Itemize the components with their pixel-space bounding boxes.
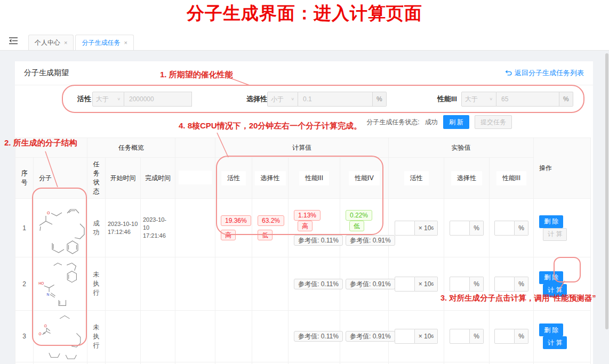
scrollbar[interactable] [605,53,608,329]
status-cell: 未执行 [87,257,106,311]
col-label: 选择性 [451,171,482,185]
value-tag: 0.22% [346,210,372,221]
finish-time-cell [141,362,175,364]
calculate-button[interactable]: 计 算 [543,284,567,297]
seq-cell: 3 [15,311,34,362]
col-operations: 操作 [534,138,591,199]
table-row: 4 [15,362,591,364]
calc-selectivity-cell: 63.2% 低 [252,199,289,257]
exp-activity-cell: × 106 [389,199,444,257]
seq-cell: 4 [15,362,34,364]
table-row: 2 HO N 未执行 [15,257,591,311]
col-label: 选择性 [255,171,286,185]
blank-cell [175,311,215,362]
filter-perf3-input[interactable]: 65 [496,92,559,107]
col-finish-time: 完成时间 [141,158,175,199]
calc-selectivity-cell [252,257,289,311]
svg-text:HO: HO [38,281,44,285]
task-status-value: 成功 [425,118,438,127]
content-card: 分子生成期望 返回分子生成任务列表 活性 大于 ∨ 2000000 [15,61,593,364]
molecule-cell [34,362,87,364]
group-overview: 任务概览 [87,138,175,158]
col-seq: 序号 [15,158,34,199]
exp-selectivity-input[interactable] [450,329,470,344]
chevron-down-icon: ∨ [489,97,493,101]
filter-selectivity-operator-select[interactable]: 小于 ∨ [267,92,298,107]
exp-perf3-input[interactable] [494,221,515,236]
exp-perf3-input[interactable] [494,277,515,292]
finish-time-cell: 2023-10-10 17:21:46 [141,199,175,257]
rollback-icon [505,70,512,76]
col-label: 性能IV [349,171,379,185]
calculate-button[interactable]: 计 算 [543,336,567,349]
svg-text:O: O [44,324,46,328]
operations-cell: 删 除计 算 [534,311,591,362]
calc-perf4-cell: 参考值: 0.91% [340,257,389,311]
reference-tag: 参考值: 0.11% [294,331,343,342]
operations-cell: 删 除计 算 [534,199,591,257]
filter-selectivity-label: 选择性 [246,92,267,107]
refresh-button[interactable]: 刷 新 [443,115,469,129]
delete-button[interactable]: 删 除 [539,215,563,228]
calc-perf3-cell: 1.13%高 参考值: 0.11% [289,199,340,257]
delete-button[interactable]: 删 除 [539,271,563,284]
exp-selectivity-input[interactable] [450,277,470,292]
exp-activity-input[interactable] [395,221,415,236]
status-row: 分子生成任务状态: 成功 刷 新 提交任务 [366,115,512,129]
tab-molecule-generation-task[interactable]: 分子生成任务 × [75,35,133,50]
tab-label: 个人中心 [35,38,60,47]
exp-activity-cell: × 106 [389,257,444,311]
blank-cell [175,257,215,311]
task-status-label: 分子生成任务状态: [366,118,419,127]
calc-perf4-cell: 0.22%低 参考值: 0.91% [340,199,389,257]
exp-selectivity-cell: % [444,257,490,311]
molecule-structure: HO N [35,258,86,309]
exp-perf3-cell: % [490,199,534,257]
close-icon[interactable]: × [64,39,67,46]
menu-fold-icon[interactable] [9,37,18,46]
calc-perf4-cell [340,362,389,364]
exp-selectivity-cell: % [444,311,490,362]
filter-perf3-operator-select[interactable]: 大于 ∨ [461,92,496,107]
col-exp-activity: 活性 [389,158,444,199]
table-row: 1 O 成功 2023-10-10 17:12:46 [15,199,591,257]
col-blank [175,158,215,199]
submit-task-button[interactable]: 提交任务 [475,115,512,129]
calc-selectivity-cell [252,362,289,364]
exp-activity-input[interactable] [395,329,415,344]
tab-strip: 个人中心 × 分子生成任务 × [28,35,134,50]
filter-activity-input[interactable]: 2000000 [124,92,192,107]
calc-perf3-cell [289,362,340,364]
exp-perf3-input[interactable] [494,329,515,344]
filter-activity-operator-select[interactable]: 大于 ∨ [92,92,124,107]
level-tag: 低 [258,230,273,240]
close-icon[interactable]: × [124,39,127,46]
finish-time-cell [141,311,175,362]
finish-time-cell [141,257,175,311]
exp-selectivity-cell: % [444,199,490,257]
reference-tag: 参考值: 0.11% [294,279,343,289]
exp-perf3-cell [490,362,534,364]
exp-selectivity-input[interactable] [450,221,470,236]
card-header: 分子生成期望 返回分子生成任务列表 [15,61,593,85]
status-cell [87,362,106,364]
exp-selectivity-cell [444,362,490,364]
results-table: 任务概览 计算值 实验值 操作 序号 分子 任务状态 开始时间 完成时间 活性 … [15,137,591,364]
level-tag: 高 [298,221,312,231]
select-value: 小于 [271,95,284,104]
header-spacer [175,138,215,158]
filter-area: 活性 大于 ∨ 2000000 选择性 小于 ∨ 0.1 % 性能III [15,85,593,137]
exp-perf3-cell: % [490,257,534,311]
calc-activity-cell [215,257,252,311]
filter-perf3-addon: % [559,92,573,107]
percent-addon: % [470,221,484,236]
delete-button[interactable]: 删 除 [539,323,563,336]
exp-activity-input[interactable] [395,277,415,292]
exp-activity-cell: × 106 [389,311,444,362]
filter-selectivity-input[interactable]: 0.1 [298,92,373,107]
back-to-task-list-link[interactable]: 返回分子生成任务列表 [505,68,584,78]
tab-personal-center[interactable]: 个人中心 × [28,35,74,50]
calculate-button[interactable]: 计 算 [543,228,567,241]
filter-activity-label: 活性 [77,92,91,107]
percent-addon: % [515,221,528,236]
